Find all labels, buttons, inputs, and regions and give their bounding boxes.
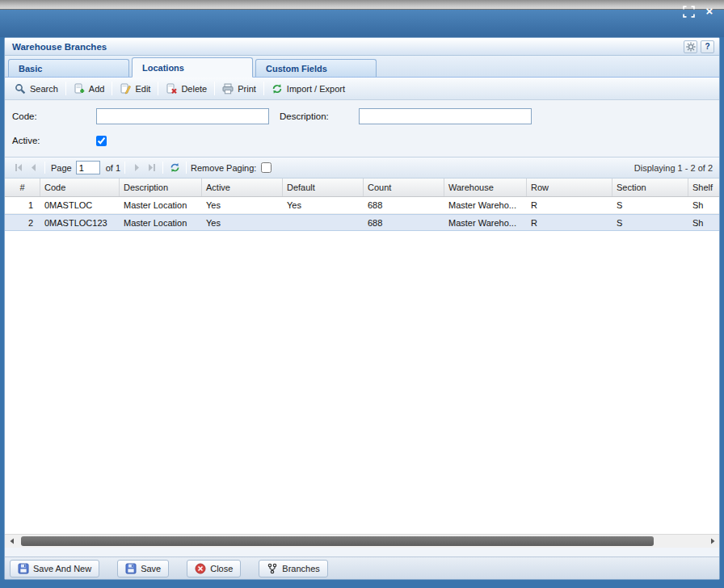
search-label: Search (30, 84, 58, 94)
cell-code: 0MASTLOC (40, 197, 120, 213)
cell-default (283, 215, 364, 230)
maximize-icon (683, 6, 695, 18)
cell-row: R (527, 215, 612, 230)
cell-section: S (612, 197, 688, 213)
cell-shelf: Sh (688, 215, 719, 230)
page-number-input[interactable] (76, 161, 100, 174)
remove-paging-checkbox[interactable] (261, 162, 272, 173)
gear-icon (686, 42, 696, 52)
paging-toolbar: Page of 1 (5, 157, 719, 178)
column-header-section[interactable]: Section (612, 178, 688, 197)
panel-header-tools: ? (684, 40, 714, 53)
displaying-status: Displaying 1 - 2 of 2 (634, 163, 713, 173)
filter-form: Code: Description: Active: (5, 100, 719, 157)
tab-custom-fields[interactable]: Custom Fields (255, 59, 377, 77)
delete-button[interactable]: Delete (161, 81, 212, 97)
panel-header: Warehouse Branches (5, 38, 719, 56)
import-export-icon (272, 83, 283, 94)
code-input[interactable] (96, 108, 269, 124)
prev-page-icon (29, 163, 38, 172)
window-titlebar (0, 10, 724, 37)
paging-separator (186, 162, 187, 174)
cell-shelf: Sh (688, 197, 719, 213)
application-window: × Warehouse Branches (0, 0, 724, 588)
column-header-number[interactable]: # (5, 178, 40, 197)
scroll-left-button[interactable] (5, 535, 19, 548)
grid-column-headers: # Code Description Active Default Count … (5, 178, 719, 197)
close-label: Close (210, 564, 233, 573)
prev-page-button[interactable] (26, 161, 40, 175)
branches-button[interactable]: Branches (259, 560, 327, 578)
add-button[interactable]: Add (69, 81, 110, 97)
column-header-warehouse[interactable]: Warehouse (444, 178, 527, 197)
active-checkbox[interactable] (96, 136, 107, 146)
panel-title: Warehouse Branches (12, 42, 684, 52)
form-row-active: Active: (12, 132, 719, 149)
close-icon: × (706, 5, 713, 18)
horizontal-scrollbar[interactable] (5, 534, 719, 548)
paging-separator (124, 162, 125, 174)
edit-label: Edit (135, 84, 150, 94)
warehouse-branches-panel: Warehouse Branches (4, 37, 720, 580)
save-icon (18, 563, 29, 574)
column-header-description[interactable]: Description (120, 178, 202, 197)
page-label: Page (51, 163, 72, 173)
column-header-active[interactable]: Active (202, 178, 283, 197)
column-header-row[interactable]: Row (527, 178, 612, 197)
maximize-button[interactable] (682, 5, 695, 18)
grid-toolbar: Search Add (5, 78, 719, 100)
last-page-button[interactable] (144, 161, 158, 175)
first-page-button[interactable] (11, 161, 26, 175)
cell-active: Yes (202, 197, 283, 213)
import-export-button[interactable]: Import / Export (267, 81, 350, 97)
save-and-new-button[interactable]: Save And New (10, 560, 99, 578)
cell-count: 688 (364, 215, 444, 230)
refresh-button[interactable] (167, 161, 182, 175)
close-button[interactable]: Close (187, 560, 241, 578)
cell-count: 688 (364, 197, 444, 213)
print-icon (222, 83, 234, 94)
save-button[interactable]: Save (117, 560, 169, 578)
column-header-shelf[interactable]: Shelf (688, 178, 719, 197)
scroll-left-icon (9, 538, 15, 544)
help-button[interactable]: ? (701, 40, 714, 53)
window-controls: × (682, 5, 716, 18)
column-header-default[interactable]: Default (283, 178, 364, 197)
search-button[interactable]: Search (10, 81, 63, 97)
print-button[interactable]: Print (217, 81, 261, 97)
description-label: Description: (280, 111, 359, 121)
footer-toolbar: Save And New Save Cl (5, 556, 719, 579)
next-page-icon (133, 163, 141, 172)
description-input[interactable] (359, 108, 532, 124)
cell-code: 0MASTLOC123 (40, 215, 120, 230)
settings-button[interactable] (684, 40, 697, 53)
scrollbar-thumb[interactable] (21, 536, 654, 546)
close-window-button[interactable]: × (703, 5, 716, 18)
cell-warehouse: Master Wareho... (444, 197, 527, 213)
toolbar-separator (158, 82, 158, 95)
cell-active: Yes (202, 215, 283, 230)
column-header-count[interactable]: Count (364, 178, 444, 197)
table-row-selected[interactable]: 2 0MASTLOC123 Master Location Yes 688 Ma… (5, 214, 719, 231)
table-row[interactable]: 1 0MASTLOC Master Location Yes Yes 688 M… (5, 197, 719, 214)
toolbar-separator (112, 82, 112, 95)
branch-icon (267, 563, 278, 574)
close-circle-icon (195, 563, 206, 574)
toolbar-separator (214, 82, 215, 95)
cell-section: S (612, 215, 688, 230)
tab-label: Locations (142, 63, 184, 73)
save-and-new-label: Save And New (33, 564, 91, 573)
add-label: Add (89, 84, 105, 94)
tab-label: Basic (19, 64, 42, 74)
scroll-right-icon (709, 538, 716, 544)
last-page-icon (147, 163, 156, 172)
tab-basic[interactable]: Basic (8, 59, 129, 77)
tab-locations[interactable]: Locations (132, 57, 253, 78)
scroll-right-button[interactable] (705, 535, 719, 548)
next-page-button[interactable] (129, 161, 144, 175)
save-label: Save (141, 564, 161, 573)
cell-warehouse: Master Wareho... (444, 215, 527, 230)
edit-button[interactable]: Edit (115, 81, 155, 97)
save-icon (125, 563, 137, 574)
column-header-code[interactable]: Code (40, 178, 120, 197)
